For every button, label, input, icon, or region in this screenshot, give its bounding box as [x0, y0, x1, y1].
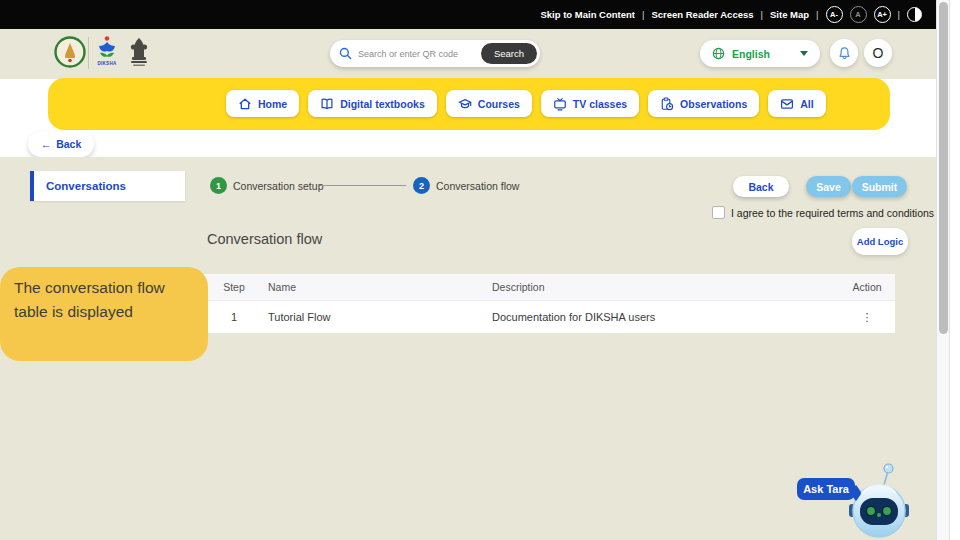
cell-step: 1	[200, 311, 268, 323]
book-icon	[320, 97, 334, 111]
contrast-toggle-icon[interactable]	[907, 7, 922, 22]
language-selected-label: English	[732, 48, 793, 60]
bell-icon	[837, 46, 852, 61]
nav-item-label: Observations	[680, 98, 747, 110]
nav-item-digital-textbooks[interactable]: Digital textbooks	[308, 90, 437, 117]
diksha-logo-mark	[94, 35, 120, 61]
header: DIKSHA Search Engli	[0, 29, 936, 79]
graduation-cap-icon	[458, 97, 472, 111]
search-button[interactable]: Search	[481, 43, 537, 64]
nav-item-all[interactable]: All	[768, 90, 825, 117]
column-header-step: Step	[200, 281, 268, 293]
mail-icon	[780, 97, 794, 111]
accessibility-bar: Skip to Main Content | Screen Reader Acc…	[0, 0, 936, 29]
submit-button[interactable]: Submit	[852, 176, 907, 197]
nav-item-label: TV classes	[573, 98, 627, 110]
diksha-logo-caption: DIKSHA	[94, 61, 120, 66]
form-back-button[interactable]: Back	[733, 176, 789, 197]
divider: |	[761, 9, 763, 20]
back-bar: ← Back	[0, 130, 936, 157]
step-1-indicator[interactable]: 1	[210, 177, 227, 194]
row-actions-menu-icon[interactable]: ⋮	[862, 311, 873, 323]
table-row: 1 Tutorial Flow Documentation for DIKSHA…	[200, 300, 895, 333]
diksha-logo: DIKSHA	[94, 35, 120, 66]
nav-item-observations[interactable]: Observations	[648, 90, 759, 117]
nav-item-home[interactable]: Home	[226, 90, 299, 117]
chevron-down-icon	[800, 51, 808, 56]
back-arrow-icon: ←	[41, 138, 52, 150]
profile-initial: O	[873, 45, 884, 61]
screen-reader-link[interactable]: Screen Reader Access	[651, 9, 753, 20]
skip-to-main-link[interactable]: Skip to Main Content	[540, 9, 634, 20]
search-bar: Search	[330, 40, 540, 67]
divider: |	[642, 9, 644, 20]
home-icon	[238, 97, 252, 111]
tutorial-callout: The conversation flow table is displayed	[0, 267, 208, 361]
diksha-portal-screen: Skip to Main Content | Screen Reader Acc…	[0, 0, 960, 540]
save-button[interactable]: Save	[806, 176, 851, 197]
cell-name: Tutorial Flow	[268, 311, 492, 323]
terms-agreement-row: I agree to the required terms and condit…	[712, 206, 934, 219]
back-button-label: Back	[56, 138, 81, 150]
scrollbar-thumb[interactable]	[939, 2, 948, 334]
globe-icon	[712, 47, 725, 60]
conversation-flow-table: Step Name Description Action 1 Tutorial …	[200, 274, 895, 333]
language-selector[interactable]: English	[700, 40, 820, 67]
sidebar-item-label: Conversations	[46, 180, 126, 192]
search-icon	[339, 47, 352, 60]
terms-checkbox-label: I agree to the required terms and condit…	[731, 207, 934, 219]
nav-buttons: Home Digital textbooks Courses	[226, 90, 826, 117]
nav-item-label: Home	[258, 98, 287, 110]
back-button[interactable]: ← Back	[28, 131, 94, 157]
cell-description: Documentation for DIKSHA users	[492, 311, 839, 323]
column-header-name: Name	[268, 281, 492, 293]
step-2-indicator[interactable]: 2	[413, 177, 430, 194]
main-navigation-bar: Home Digital textbooks Courses	[48, 78, 890, 130]
stepper-connector-line	[320, 185, 406, 186]
add-logic-button[interactable]: Add Logic	[852, 228, 908, 255]
font-normal-button[interactable]: A	[850, 6, 867, 23]
right-gutter	[950, 0, 960, 540]
logo-divider	[88, 37, 89, 69]
column-header-action: Action	[839, 281, 895, 293]
sidebar-item-conversations[interactable]: Conversations	[30, 171, 185, 201]
clipboard-icon	[660, 97, 674, 111]
profile-avatar[interactable]: O	[864, 39, 892, 67]
nav-item-label: Digital textbooks	[340, 98, 425, 110]
step-2-label: Conversation flow	[436, 180, 519, 192]
scrollbar-track[interactable]	[936, 0, 950, 540]
table-header-row: Step Name Description Action	[200, 274, 895, 300]
step-1-label: Conversation setup	[233, 180, 323, 192]
divider: |	[816, 9, 818, 20]
nav-item-label: All	[800, 98, 813, 110]
nav-item-courses[interactable]: Courses	[446, 90, 532, 117]
notifications-button[interactable]	[830, 39, 858, 67]
tv-icon	[553, 97, 567, 111]
ask-tara-button[interactable]: Ask Tara	[797, 478, 855, 500]
column-header-description: Description	[492, 281, 839, 293]
nav-item-label: Courses	[478, 98, 520, 110]
font-increase-button[interactable]: A+	[874, 6, 891, 23]
nav-item-tv-classes[interactable]: TV classes	[541, 90, 639, 117]
tamil-nadu-emblem-logo	[54, 36, 86, 68]
page-title: Conversation flow	[207, 231, 322, 247]
site-map-link[interactable]: Site Map	[770, 9, 809, 20]
india-emblem-logo	[127, 35, 151, 69]
divider: |	[898, 9, 900, 20]
main-content: Conversations 1 Conversation setup 2 Con…	[0, 157, 936, 540]
font-decrease-button[interactable]: A-	[826, 6, 843, 23]
terms-checkbox[interactable]	[712, 206, 725, 219]
